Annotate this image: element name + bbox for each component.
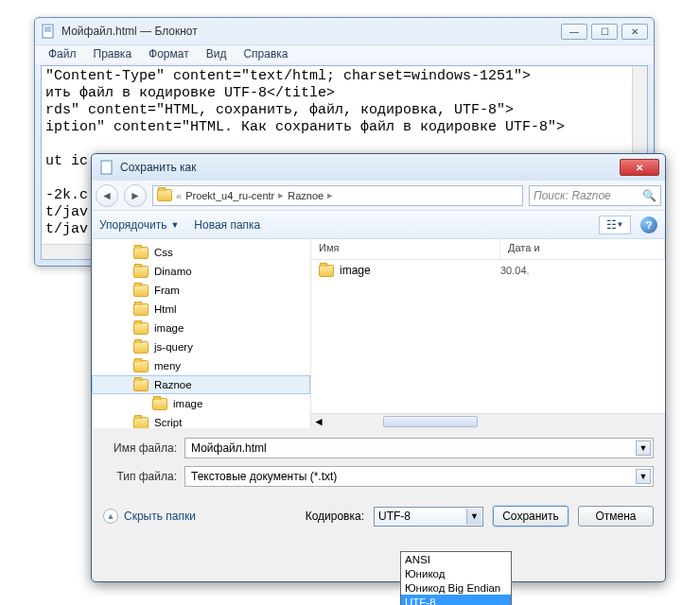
folder-icon	[133, 285, 149, 297]
tree-item[interactable]: Raznoe	[92, 375, 310, 394]
hide-folders-toggle[interactable]: ▲ Скрыть папки	[103, 509, 196, 524]
notepad-icon	[41, 24, 56, 39]
save-toolbar: Упорядочить ▼ Новая папка ☷ ▼ ?	[92, 211, 665, 239]
notepad-titlebar[interactable]: Мойфайл.html — Блокнот — ☐ ✕	[35, 18, 654, 44]
search-input[interactable]: Поиск: Raznoe 🔍	[529, 185, 661, 206]
tree-item[interactable]: meny	[92, 356, 310, 375]
tree-item-label: js-query	[154, 341, 193, 353]
tree-item[interactable]: image	[92, 394, 310, 413]
folder-icon	[133, 266, 149, 278]
close-button[interactable]: ✕	[621, 24, 648, 40]
column-date[interactable]: Дата и	[500, 239, 665, 259]
breadcrumb-segment[interactable]: Proekt_u4_ru-centr	[185, 190, 274, 201]
menu-format[interactable]: Формат	[141, 45, 197, 63]
tree-item-label: Css	[154, 247, 173, 258]
tree-item[interactable]: Fram	[92, 281, 310, 300]
new-folder-button[interactable]: Новая папка	[194, 218, 260, 232]
save-fields: Имя файла: Мойфайл.html▼ Тип файла: Текс…	[92, 428, 665, 500]
search-placeholder: Поиск: Raznoe	[534, 189, 611, 202]
filetype-label: Тип файла:	[103, 470, 184, 483]
menu-file[interactable]: Файл	[41, 45, 84, 63]
folder-icon	[152, 398, 167, 410]
tree-item[interactable]: Dinamo	[92, 262, 310, 281]
encoding-option[interactable]: Юникод Big Endian	[401, 580, 511, 595]
chevron-up-icon: ▲	[103, 509, 118, 524]
tree-item[interactable]: Html	[92, 300, 310, 319]
tree-item[interactable]: Css	[92, 243, 310, 262]
dialog-icon	[99, 160, 114, 175]
dialog-close-button[interactable]: ✕	[620, 159, 659, 176]
folder-icon	[133, 360, 149, 372]
tree-item-label: Dinamo	[154, 266, 192, 277]
column-name[interactable]: Имя	[311, 239, 500, 259]
save-button[interactable]: Сохранить	[493, 506, 569, 527]
tree-item-label: Fram	[154, 285, 180, 296]
maximize-button[interactable]: ☐	[591, 24, 618, 40]
notepad-title: Мойфайл.html — Блокнот	[61, 25, 561, 38]
tree-item[interactable]: Script	[92, 413, 310, 428]
folder-tree[interactable]: CssDinamoFramHtmlimagejs-querymenyRaznoe…	[92, 239, 311, 428]
menu-help[interactable]: Справка	[236, 45, 295, 63]
menu-view[interactable]: Вид	[199, 45, 235, 63]
tree-item-label: image	[173, 398, 202, 409]
list-item-name: image	[340, 264, 371, 277]
chevron-down-icon[interactable]: ▼	[636, 469, 651, 484]
encoding-dropdown-list[interactable]: ANSIЮникодЮникод Big EndianUTF-8	[400, 551, 512, 605]
chevron-down-icon[interactable]: ▼	[636, 441, 651, 456]
save-as-dialog: Сохранить как ✕ ◄ ► « Proekt_u4_ru-centr…	[91, 153, 666, 582]
folder-icon	[319, 265, 334, 277]
breadcrumb[interactable]: « Proekt_u4_ru-centr ▸ Raznoe ▸	[152, 185, 523, 206]
chevron-down-icon[interactable]: ▼	[466, 509, 481, 525]
address-bar-row: ◄ ► « Proekt_u4_ru-centr ▸ Raznoe ▸ Поис…	[92, 181, 665, 211]
filename-input[interactable]: Мойфайл.html▼	[184, 438, 654, 458]
file-list-pane: Имя Дата и image30.04. ◄	[311, 239, 665, 428]
list-header[interactable]: Имя Дата и	[311, 239, 665, 260]
tree-item-label: meny	[154, 360, 181, 372]
help-button[interactable]: ?	[640, 216, 657, 233]
filetype-select[interactable]: Текстовые документы (*.txt)▼	[184, 466, 654, 487]
folder-icon	[133, 303, 149, 316]
encoding-label: Кодировка:	[306, 510, 364, 523]
list-item-date: 30.04.	[500, 265, 530, 276]
breadcrumb-segment[interactable]: Raznoe	[288, 190, 324, 201]
tree-item-label: image	[154, 322, 184, 334]
menu-edit[interactable]: Правка	[86, 45, 140, 63]
notepad-menubar: Файл Правка Формат Вид Справка	[35, 44, 654, 63]
encoding-option[interactable]: Юникод	[401, 566, 511, 580]
cancel-button[interactable]: Отмена	[578, 506, 654, 527]
list-horizontal-scrollbar[interactable]: ◄	[311, 413, 665, 428]
encoding-option[interactable]: ANSI	[401, 552, 511, 566]
folder-icon	[133, 341, 149, 354]
folder-icon	[133, 417, 149, 429]
save-title: Сохранить как	[120, 161, 620, 174]
nav-back-button[interactable]: ◄	[96, 184, 118, 207]
tree-item-label: Html	[154, 303, 177, 315]
nav-forward-button[interactable]: ►	[124, 184, 147, 207]
save-titlebar[interactable]: Сохранить как ✕	[92, 154, 665, 181]
search-icon: 🔍	[642, 189, 656, 202]
minimize-button[interactable]: —	[561, 24, 587, 40]
encoding-select[interactable]: UTF-8 ▼	[374, 507, 483, 527]
svg-rect-4	[101, 161, 112, 174]
organize-button[interactable]: Упорядочить ▼	[99, 218, 179, 232]
tree-item-label: Raznoe	[154, 379, 192, 390]
folder-icon	[157, 189, 172, 201]
chevron-down-icon: ▼	[170, 220, 179, 230]
tree-item-label: Script	[154, 417, 182, 428]
view-mode-button[interactable]: ☷ ▼	[599, 216, 631, 234]
folder-icon	[133, 379, 149, 391]
tree-item[interactable]: image	[92, 319, 310, 337]
tree-item[interactable]: js-query	[92, 337, 310, 356]
filename-label: Имя файла:	[103, 441, 184, 455]
folder-icon	[133, 322, 149, 335]
scrollbar-thumb[interactable]	[383, 416, 478, 427]
save-body: CssDinamoFramHtmlimagejs-querymenyRaznoe…	[92, 239, 665, 428]
save-footer: ▲ Скрыть папки Кодировка: UTF-8 ▼ Сохран…	[92, 500, 665, 538]
folder-icon	[133, 247, 149, 259]
encoding-option[interactable]: UTF-8	[401, 595, 511, 605]
list-row[interactable]: image30.04.	[311, 260, 665, 281]
